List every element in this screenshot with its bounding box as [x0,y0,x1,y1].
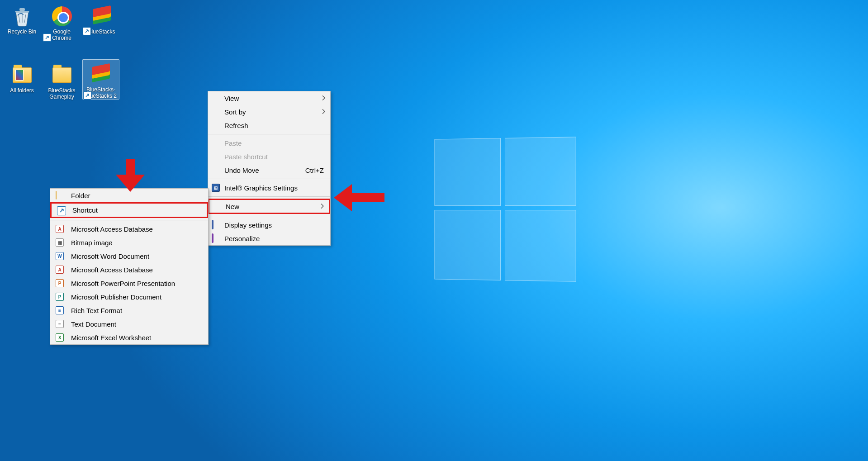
icon-label: Recycle Bin [6,29,38,35]
annotation-arrow-left-icon [334,184,384,211]
menu-label: View [224,95,239,102]
bluestacks-icon [91,5,113,27]
access-icon: A [56,266,64,274]
menu-label: Undo Move [224,166,259,174]
menu-label: Intel® Graphics Settings [224,184,298,192]
shortcut-icon [57,206,65,214]
desktop-icon-bluestacks-gameplay[interactable]: BlueStacks Gameplay [43,61,81,100]
menu-label: Microsoft Access Database [71,266,153,274]
icon-label: BlueStacks [86,29,116,35]
new-submenu: Folder Shortcut A Microsoft Access Datab… [50,188,209,345]
menu-label: Shortcut [72,206,98,214]
rtf-icon: ≡ [56,306,64,314]
menu-separator [208,216,330,216]
submenu-item-access[interactable]: A Microsoft Access Database [50,222,208,236]
submenu-item-publisher[interactable]: P Microsoft Publisher Document [50,290,208,304]
folder-icon [56,191,64,200]
annotation-arrow-down-icon [116,159,145,192]
menu-label: Bitmap image [71,239,113,247]
submenu-item-text[interactable]: ≡ Text Document [50,317,208,331]
menu-item-paste-shortcut: Paste shortcut [208,150,330,163]
access-icon: A [56,225,64,233]
bitmap-icon: ▦ [56,238,64,247]
folder-icon [11,64,33,86]
menu-label: Sort by [224,108,246,116]
menu-label: Paste shortcut [224,153,268,161]
desktop-context-menu: View Sort by Refresh Paste Paste shortcu… [208,91,331,246]
intel-graphics-icon: ⊞ [212,184,220,192]
desktop-icon-recycle-bin[interactable]: Recycle Bin [3,2,41,35]
menu-item-refresh[interactable]: Refresh [208,119,330,132]
publisher-icon: P [56,293,64,301]
menu-label: Refresh [224,122,248,129]
menu-label: Rich Text Format [71,307,122,314]
recycle-bin-icon [11,5,33,27]
menu-label: Microsoft Excel Worksheet [71,334,151,342]
desktop-icon-bluestacks-2[interactable]: BlueStacks-BlueStacks 2 [82,59,119,100]
menu-label: Microsoft PowerPoint Presentation [71,280,175,287]
desktop-icon-google-chrome[interactable]: Google Chrome [43,2,81,41]
menu-separator [208,134,330,134]
submenu-item-excel[interactable]: X Microsoft Excel Worksheet [50,331,208,344]
menu-item-display-settings[interactable]: Display settings [208,218,330,232]
shortcut-arrow-icon [83,91,91,100]
menu-label: Microsoft Publisher Document [71,293,161,301]
bluestacks-icon [90,63,112,85]
menu-label: Folder [71,192,90,200]
icon-label: BlueStacks Gameplay [43,87,81,100]
menu-label: Paste [224,139,242,147]
menu-item-new[interactable]: New [208,199,330,214]
excel-icon: X [56,333,64,342]
desktop-icon-bluestacks[interactable]: BlueStacks [82,2,121,35]
personalize-icon [212,234,220,242]
menu-label: Display settings [224,221,272,229]
chrome-icon [51,5,73,27]
submenu-item-bitmap[interactable]: ▦ Bitmap image [50,236,208,249]
menu-item-sort-by[interactable]: Sort by [208,105,330,119]
submenu-item-powerpoint[interactable]: P Microsoft PowerPoint Presentation [50,276,208,290]
menu-label: Personalize [224,235,260,242]
menu-label: Microsoft Word Document [71,252,149,260]
text-icon: ≡ [56,320,64,328]
submenu-item-shortcut[interactable]: Shortcut [50,202,208,218]
menu-separator [50,220,208,220]
menu-item-paste: Paste [208,136,330,150]
menu-separator [208,179,330,179]
chevron-right-icon [321,95,326,102]
desktop-icon-all-folders[interactable]: All folders [3,61,41,94]
menu-label: Text Document [71,320,116,328]
submenu-item-access-2[interactable]: A Microsoft Access Database [50,263,208,276]
menu-shortcut: Ctrl+Z [305,166,324,174]
svg-rect-0 [19,8,25,11]
menu-item-personalize[interactable]: Personalize [208,232,330,245]
windows-logo [434,137,576,281]
menu-item-undo-move[interactable]: Undo Move Ctrl+Z [208,163,330,177]
menu-label: New [226,203,239,210]
chevron-right-icon [320,203,324,210]
desktop[interactable]: Recycle Bin Google Chrome BlueStacks All… [0,0,868,461]
shortcut-arrow-icon [83,27,91,35]
display-settings-icon [212,221,220,229]
menu-label: Microsoft Access Database [71,225,153,233]
submenu-item-rtf[interactable]: ≡ Rich Text Format [50,304,208,317]
submenu-item-word[interactable]: W Microsoft Word Document [50,249,208,263]
folder-icon [51,64,73,86]
chevron-right-icon [321,108,326,116]
menu-separator [208,196,330,197]
shortcut-arrow-icon [43,33,51,42]
menu-item-view[interactable]: View [208,91,330,105]
icon-label: All folders [9,87,35,94]
powerpoint-icon: P [56,279,64,287]
menu-item-intel-graphics[interactable]: ⊞ Intel® Graphics Settings [208,181,330,195]
word-icon: W [56,252,64,260]
